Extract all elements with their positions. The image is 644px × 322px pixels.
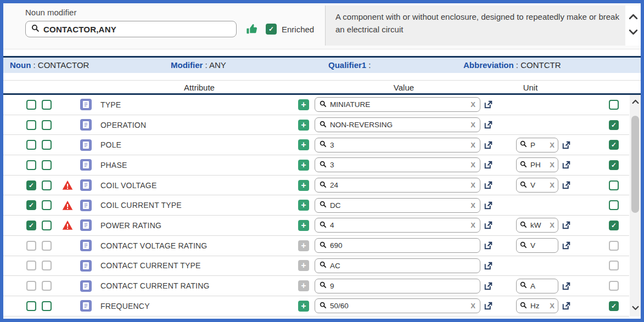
add-value-button[interactable]: + [298,120,309,131]
scroll-down-icon[interactable] [629,27,638,37]
value-external-link-icon[interactable] [484,120,493,129]
value-input[interactable]: ACX [315,258,480,273]
clear-icon[interactable]: X [550,141,555,149]
scrollbar-down-icon[interactable] [630,302,641,313]
attribute-document-icon[interactable] [80,300,92,312]
add-value-button[interactable]: + [298,301,309,312]
value-external-link-icon[interactable] [484,140,493,150]
clear-icon[interactable]: X [471,201,475,210]
row-approve-checkbox[interactable] [609,200,619,210]
value-external-link-icon[interactable] [484,241,493,250]
unit-external-link-icon[interactable] [562,221,571,230]
clear-icon[interactable]: X [471,121,475,129]
scroll-up-icon[interactable] [629,12,638,22]
unit-input[interactable]: PX [516,138,558,152]
value-input[interactable]: 9X [315,279,480,293]
clear-icon[interactable]: X [471,221,475,229]
clear-icon[interactable]: X [471,141,475,149]
value-external-link-icon[interactable] [484,160,493,170]
attribute-document-icon[interactable] [80,99,92,110]
value-input[interactable]: NON-REVERSINGX [315,117,480,132]
attribute-document-icon[interactable] [80,280,92,292]
clear-icon[interactable]: X [550,221,555,229]
unit-input[interactable]: HzX [516,298,558,313]
row-select-checkbox[interactable] [26,221,36,230]
row-flag-checkbox[interactable] [42,180,52,190]
row-flag-checkbox[interactable] [42,301,52,311]
row-approve-checkbox[interactable] [609,241,619,251]
value-input[interactable]: DCX [315,198,480,213]
attribute-document-icon[interactable] [80,119,92,131]
value-external-link-icon[interactable] [484,201,493,210]
unit-external-link-icon[interactable] [562,241,571,250]
clear-icon[interactable]: X [471,161,475,169]
row-approve-checkbox[interactable] [609,140,619,150]
clear-icon[interactable]: X [471,302,475,310]
row-flag-checkbox[interactable] [42,160,52,170]
row-select-checkbox[interactable] [26,100,36,110]
add-value-button[interactable]: + [298,160,309,171]
scrollbar-thumb[interactable] [631,116,639,213]
row-approve-checkbox[interactable] [609,180,619,190]
add-value-button[interactable]: + [298,220,309,231]
row-select-checkbox[interactable] [26,281,36,291]
scrollbar-up-icon[interactable] [630,96,641,107]
noun-modifier-input[interactable]: CONTACTOR,ANY [25,21,237,37]
clear-icon[interactable]: X [550,161,555,169]
attribute-document-icon[interactable] [80,200,92,211]
attribute-document-icon[interactable] [80,219,92,231]
row-approve-checkbox[interactable] [609,261,619,270]
attribute-document-icon[interactable] [80,159,92,171]
attribute-document-icon[interactable] [80,139,92,151]
row-approve-checkbox[interactable] [609,120,619,130]
unit-external-link-icon[interactable] [562,281,571,291]
row-flag-checkbox[interactable] [42,221,52,230]
clear-icon[interactable]: X [471,181,475,189]
row-select-checkbox[interactable] [26,180,36,190]
unit-input[interactable]: VX [516,178,558,193]
attribute-document-icon[interactable] [80,179,92,191]
add-value-button[interactable]: + [298,139,309,150]
row-flag-checkbox[interactable] [42,200,52,210]
row-select-checkbox[interactable] [26,120,36,130]
row-select-checkbox[interactable] [26,301,36,311]
unit-input[interactable]: kWX [516,218,558,233]
value-external-link-icon[interactable] [484,281,493,291]
definition-scrollbar[interactable] [625,5,641,46]
add-value-button[interactable]: + [298,99,309,110]
clear-icon[interactable]: X [471,100,475,109]
row-approve-checkbox[interactable] [609,160,619,170]
value-input[interactable]: 3X [315,138,480,152]
value-input[interactable]: MINIATUREX [315,97,480,112]
row-select-checkbox[interactable] [26,261,36,270]
row-flag-checkbox[interactable] [42,140,52,150]
unit-external-link-icon[interactable] [562,301,571,310]
value-input[interactable]: 4X [315,218,480,233]
row-select-checkbox[interactable] [26,200,36,210]
value-external-link-icon[interactable] [484,221,493,230]
clear-icon[interactable]: X [550,181,555,189]
attribute-document-icon[interactable] [80,240,92,251]
value-input[interactable]: 3X [315,157,480,172]
row-flag-checkbox[interactable] [42,281,52,291]
add-value-button[interactable]: + [298,260,309,271]
unit-external-link-icon[interactable] [562,160,571,170]
table-scrollbar[interactable] [630,95,641,317]
add-value-button[interactable]: + [298,180,309,191]
row-approve-checkbox[interactable] [609,281,619,291]
value-input[interactable]: 690X [315,238,480,253]
unit-external-link-icon[interactable] [562,140,571,150]
add-value-button[interactable]: + [298,280,309,291]
row-flag-checkbox[interactable] [42,100,52,110]
row-approve-checkbox[interactable] [609,301,619,311]
value-external-link-icon[interactable] [484,100,493,109]
add-value-button[interactable]: + [298,240,309,251]
value-input[interactable]: 24X [315,178,480,193]
value-external-link-icon[interactable] [484,301,493,310]
thumbs-up-icon[interactable] [246,23,258,35]
row-select-checkbox[interactable] [26,140,36,150]
row-flag-checkbox[interactable] [42,261,52,270]
value-external-link-icon[interactable] [484,261,493,270]
row-approve-checkbox[interactable] [609,221,619,230]
unit-external-link-icon[interactable] [562,180,571,190]
